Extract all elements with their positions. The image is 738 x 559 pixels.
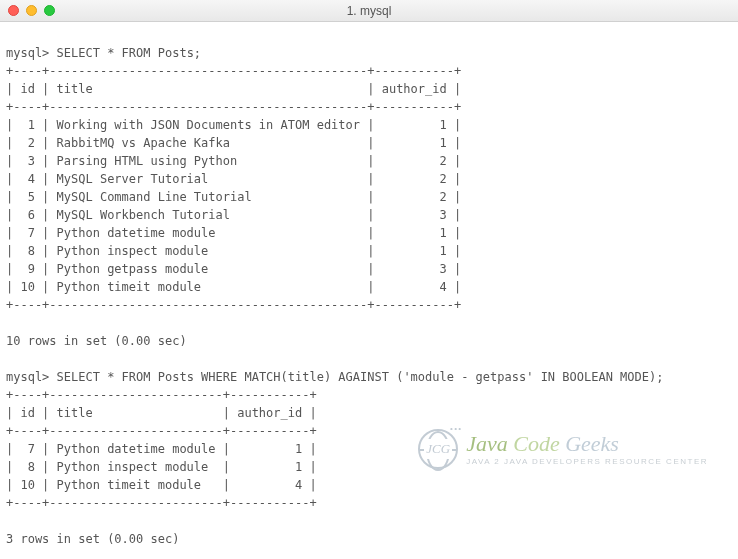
prompt: mysql> [6,370,49,384]
result-table-2: +----+------------------------+---------… [6,386,732,512]
query-1: SELECT * FROM Posts; [57,46,202,60]
query-2: SELECT * FROM Posts WHERE MATCH(title) A… [57,370,664,384]
window-titlebar: 1. mysql [0,0,738,22]
minimize-icon[interactable] [26,5,37,16]
window-controls [8,5,55,16]
prompt: mysql> [6,46,49,60]
window-title: 1. mysql [0,2,738,20]
result-summary-1: 10 rows in set (0.00 sec) [6,334,187,348]
terminal-output[interactable]: mysql> SELECT * FROM Posts; +----+------… [0,22,738,559]
result-summary-2: 3 rows in set (0.00 sec) [6,532,179,546]
close-icon[interactable] [8,5,19,16]
result-table-1: +----+----------------------------------… [6,62,732,314]
maximize-icon[interactable] [44,5,55,16]
